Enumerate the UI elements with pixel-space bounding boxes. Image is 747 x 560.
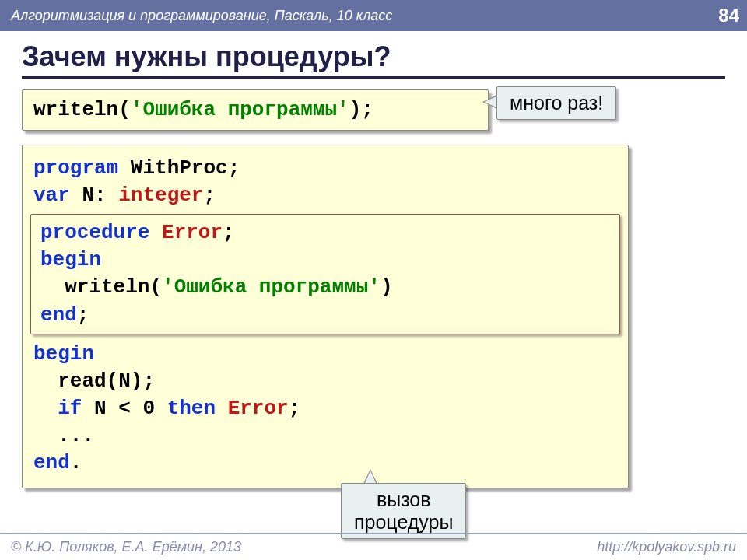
code-snippet-1: writeln('Ошибка программы');: [22, 89, 489, 131]
kw: if: [33, 397, 82, 420]
kw: begin: [40, 248, 101, 271]
code-text: );: [349, 98, 374, 121]
code-text: N < 0: [82, 397, 167, 420]
title-rule: [22, 76, 725, 79]
kw: procedure: [40, 221, 162, 244]
content-area: writeln('Ошибка программы'); много раз! …: [0, 89, 747, 488]
procedure-definition-box: procedure Error; begin writeln('Ошибка п…: [30, 214, 620, 334]
callout-many-times: много раз!: [496, 86, 616, 120]
kw: begin: [33, 342, 94, 366]
author-url[interactable]: http://kpolyakov.spb.ru: [597, 539, 736, 555]
slide-footer: © К.Ю. Поляков, Е.А. Ерёмин, 2013 http:/…: [0, 533, 747, 560]
kw: then: [167, 397, 228, 420]
page-number: 84: [718, 5, 739, 26]
proc-call: Error: [228, 397, 289, 420]
code-text: ): [381, 275, 393, 299]
code-text: ;: [289, 397, 301, 420]
code-text: WithProc;: [118, 156, 240, 180]
proc-name: Error: [162, 221, 223, 244]
copyright: © К.Ю. Поляков, Е.А. Ерёмин, 2013: [11, 539, 241, 555]
callout-text: много раз!: [510, 92, 603, 114]
code-text: N:: [70, 184, 118, 207]
code-fn: writeln: [33, 98, 118, 121]
kw: var: [33, 184, 70, 207]
callout-text: вызов: [377, 488, 431, 510]
code-text: ...: [33, 424, 94, 447]
code-snippet-2: program WithProc; var N: integer;procedu…: [22, 145, 629, 488]
slide-title: Зачем нужны процедуры?: [22, 40, 747, 73]
callout-tail-icon: [363, 469, 377, 484]
code-text: ;: [223, 221, 235, 244]
code-text: read(N);: [33, 369, 155, 393]
header-subject: Алгоритмизация и программирование, Паска…: [11, 8, 392, 24]
kw: program: [33, 156, 118, 180]
slide-header: Алгоритмизация и программирование, Паска…: [0, 0, 747, 31]
code-text: ;: [203, 184, 216, 207]
callout-procedure-call: вызов процедуры: [341, 483, 466, 539]
code-string: 'Ошибка программы': [131, 98, 349, 121]
code-text: .: [70, 451, 82, 474]
code-text: ;: [77, 303, 89, 327]
code-string: 'Ошибка программы': [162, 275, 381, 299]
callout-tail-icon: [482, 95, 497, 109]
kw: end: [33, 451, 70, 474]
code-text: (: [118, 98, 131, 121]
kw: end: [40, 303, 77, 327]
code-text: writeln(: [40, 275, 162, 299]
type: integer: [118, 184, 203, 207]
callout-text: процедуры: [354, 511, 453, 533]
